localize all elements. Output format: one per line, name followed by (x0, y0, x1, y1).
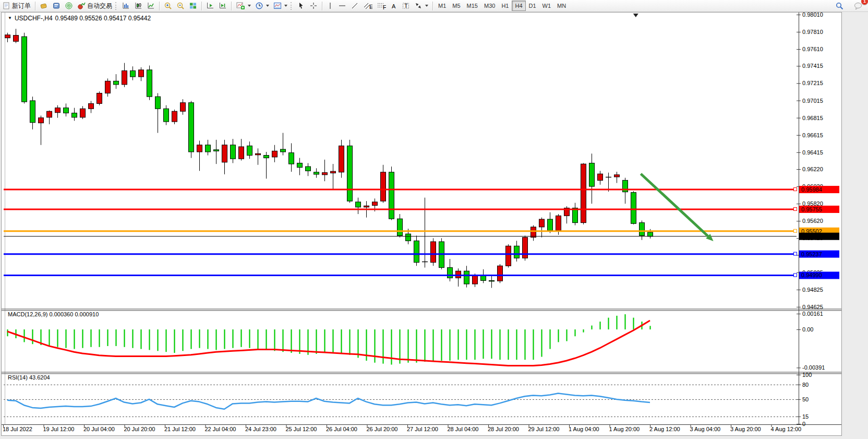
candle-body (172, 111, 177, 122)
candle-body (614, 175, 620, 177)
line-end-marker (794, 274, 797, 277)
price-tag-label: 0.95984 (801, 186, 822, 193)
zoom-out-button[interactable] (174, 0, 187, 11)
separator (432, 2, 433, 10)
macd-indicator-label: MACD(12,26,9) 0.000360 0.000910 (8, 311, 99, 317)
line-chart-type-button[interactable] (144, 0, 157, 11)
add-indicator-button[interactable] (234, 0, 253, 11)
vertical-line-tool-button[interactable] (324, 0, 336, 11)
vertical-line-icon (327, 2, 334, 10)
time-axis[interactable]: 18 Jul 202219 Jul 12:0020 Jul 04:0020 Ju… (3, 425, 801, 432)
macd-indicator (7, 314, 650, 365)
trendline-tool-button[interactable] (348, 0, 361, 11)
dropdown-caret (425, 5, 428, 7)
candle-body (456, 271, 461, 278)
chart-shift-icon (206, 2, 214, 10)
timeframe-m30[interactable]: M30 (481, 1, 498, 11)
notifications-button[interactable]: 1 (851, 0, 865, 11)
new-order-icon (2, 2, 10, 10)
text-tool-button[interactable]: A (388, 0, 400, 11)
timeframe-m1[interactable]: M1 (435, 1, 449, 11)
chart-collapse-icon[interactable]: ▼ (8, 16, 12, 20)
arrows-tool-button[interactable] (412, 0, 430, 11)
chart-auto-scroll-icon (219, 2, 227, 10)
news-button[interactable] (50, 0, 63, 11)
price-tick-label: 0.97015 (802, 98, 823, 104)
candle-body (640, 223, 645, 236)
candle-body (64, 108, 69, 113)
chart-canvas[interactable]: 0.980100.978100.976100.974150.972150.970… (2, 13, 841, 435)
chart-window: 0.980100.978100.976100.974150.972150.970… (1, 12, 842, 436)
search-button[interactable] (833, 0, 846, 11)
timeframe-m15[interactable]: M15 (464, 1, 481, 11)
candle-body (272, 151, 278, 157)
accounts-button[interactable] (38, 0, 50, 11)
candle-body (189, 103, 194, 152)
timeframe-h1[interactable]: H1 (498, 1, 512, 11)
candle-body (372, 202, 378, 206)
price-tag-label: 0.95755 (801, 206, 822, 212)
date-label: 21 Jul 12:00 (164, 426, 196, 432)
indicator-axes: 0.001610.00-0.003911008050150 (4, 311, 825, 427)
candle-body (364, 206, 369, 207)
candle-body (39, 118, 44, 123)
candle-chart-type-button[interactable] (132, 0, 144, 11)
price-tick-label: 0.94625 (802, 304, 823, 310)
candle-body (414, 241, 419, 262)
zoom-in-button[interactable] (162, 0, 174, 11)
candle-body (222, 145, 227, 162)
date-label: 26 Jul 20:00 (367, 426, 398, 432)
cursor-tool-button[interactable] (295, 0, 307, 11)
separator (35, 2, 35, 10)
candle-body (448, 268, 453, 278)
fibonacci-tool-button[interactable]: F (375, 0, 388, 11)
timeframe-mn[interactable]: MN (554, 1, 569, 11)
crosshair-tool-button[interactable] (307, 0, 320, 11)
date-label: 28 Jul 20:00 (488, 426, 519, 432)
timeframe-m5[interactable]: M5 (449, 1, 463, 11)
date-label: 19 Jul 12:00 (43, 426, 75, 432)
timeframe-d1[interactable]: D1 (526, 1, 539, 11)
tile-windows-icon (189, 2, 197, 10)
candle-body (214, 150, 219, 151)
chart-shift-marker[interactable] (633, 14, 638, 17)
candle-body (47, 111, 52, 117)
candle-body (473, 276, 478, 284)
price-axis[interactable]: 0.980100.978100.976100.974150.972150.970… (797, 13, 823, 310)
candle-body (281, 149, 286, 152)
auto-trading-button[interactable]: 自动交易 (75, 0, 114, 11)
periods-button[interactable] (253, 0, 271, 11)
tile-windows-button[interactable] (187, 0, 199, 11)
horizontal-line-tool-button[interactable] (336, 0, 348, 11)
equidistant-channel-tool-button[interactable]: E (361, 0, 375, 11)
candle-body (14, 35, 19, 42)
timeframe-w1[interactable]: W1 (539, 1, 554, 11)
market-watch-button[interactable] (63, 0, 75, 11)
candle-body (22, 37, 27, 102)
candle-body (114, 81, 119, 85)
candle-body (247, 146, 252, 155)
candle-body (389, 172, 394, 219)
bar-chart-type-button[interactable] (119, 0, 132, 11)
candle-body (548, 219, 553, 231)
candle-body (397, 219, 403, 235)
timeframe-h4[interactable]: H4 (512, 1, 525, 11)
price-tick-label: 0.95620 (802, 218, 823, 224)
text-label-tool-button[interactable]: T (400, 0, 412, 11)
chart-auto-scroll-button[interactable] (216, 0, 229, 11)
candle-body (648, 232, 653, 236)
price-tick-label: 0.96415 (802, 149, 823, 156)
candle-body (556, 216, 561, 230)
text-tool-icon: A (390, 2, 397, 10)
new-order-button[interactable]: 新订单 (0, 0, 33, 11)
rsi-indicator-label: RSI(14) 43.6204 (8, 374, 50, 381)
auto-trading-icon (77, 2, 86, 10)
chart-shift-button[interactable] (204, 0, 216, 11)
date-label: 24 Jul 23:00 (245, 426, 276, 432)
candle-body (489, 280, 495, 281)
candle-body (431, 242, 436, 263)
candle-body (406, 234, 411, 241)
chart-title: ▼ USDCHF-,H4 0.95489 0.95526 0.95417 0.9… (8, 15, 151, 22)
templates-button[interactable] (271, 0, 290, 11)
rsi-tick-label: 15 (802, 413, 809, 420)
